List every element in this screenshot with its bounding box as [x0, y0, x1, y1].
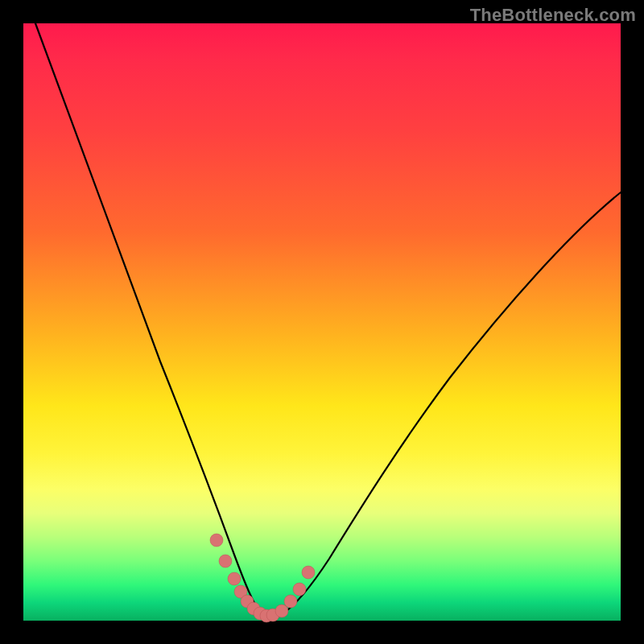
marker-dot: [284, 595, 297, 608]
marker-dot: [275, 605, 288, 617]
marker-dot: [302, 566, 315, 579]
chart-frame: TheBottleneck.com: [0, 0, 644, 644]
marker-dot: [219, 555, 232, 568]
marker-dot: [228, 572, 241, 585]
bottleneck-curve: [35, 23, 621, 619]
marker-dot: [210, 534, 223, 547]
marker-group: [210, 534, 315, 622]
marker-dot: [293, 583, 306, 596]
plot-area: [23, 23, 621, 621]
curve-layer: [23, 23, 621, 621]
watermark-text: TheBottleneck.com: [470, 5, 636, 26]
